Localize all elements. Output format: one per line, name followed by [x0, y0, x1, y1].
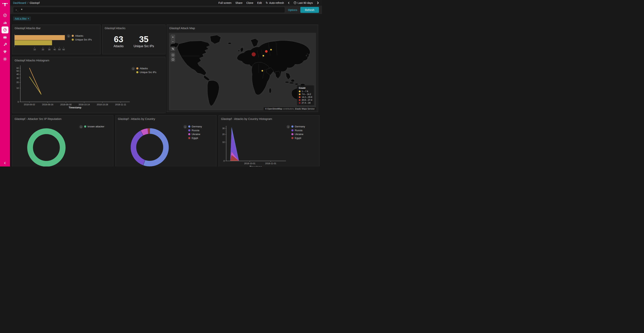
- svg-text:20: 20: [16, 81, 19, 84]
- breadcrumb-separator: /: [28, 1, 28, 5]
- svg-text:10: 10: [33, 48, 36, 51]
- map-legend-row: 14.2 – 20.8: [299, 96, 312, 98]
- map-legend-rows: 1 – 7.67.6 – 14.214.2 – 20.820.8 – 27.42…: [299, 90, 312, 104]
- svg-text:2018-10-01: 2018-10-01: [244, 162, 256, 165]
- svg-text:40: 40: [54, 48, 56, 51]
- svg-text:2018-09-02: 2018-09-02: [24, 103, 35, 106]
- legend-item[interactable]: Egypt: [291, 137, 305, 139]
- plus-icon: +: [28, 17, 29, 20]
- edit-button[interactable]: Edit: [257, 1, 262, 5]
- query-prompt-icon: >_: [16, 9, 18, 11]
- svg-text:2018-09-16: 2018-09-16: [42, 103, 53, 106]
- legend-item[interactable]: Unique Src IPs: [136, 71, 156, 74]
- svg-text:2018-11-01: 2018-11-01: [265, 162, 276, 165]
- sidebar-item-devtools[interactable]: [2, 41, 8, 48]
- panel-title: Glastopf - Attacks by Country: [116, 116, 216, 120]
- legend-dot: [72, 35, 74, 37]
- add-filter-button[interactable]: Add a filter +: [13, 17, 31, 21]
- legend-dot: [136, 67, 138, 70]
- legend-dot: [188, 129, 190, 131]
- elastic-maps-attribution[interactable]: Elastic Maps Service: [295, 108, 314, 110]
- legend-toggle-icon[interactable]: ›: [184, 125, 187, 129]
- legend-item[interactable]: Russia: [188, 129, 202, 132]
- sidebar-item-dashboard[interactable]: [2, 27, 8, 33]
- legend-item[interactable]: Attacks: [72, 34, 92, 37]
- svg-text:10: 10: [16, 87, 19, 89]
- map-crop-button[interactable]: [171, 47, 175, 51]
- sidebar-collapse-button[interactable]: [4, 162, 6, 165]
- map-legend-dot: [299, 96, 300, 98]
- full-screen-button[interactable]: Full screen: [218, 1, 231, 5]
- country-donut-svg: [128, 125, 172, 167]
- legend-label: Egypt: [295, 137, 301, 139]
- panel-title: Glastopf Attacks: [102, 25, 165, 30]
- map-draw-polygon-button[interactable]: [171, 53, 175, 57]
- country-histogram-svg: 01020302018-10-012018-11-01Timestamp: [219, 119, 292, 167]
- map-zoom-out-button[interactable]: −: [171, 39, 175, 44]
- legend-toggle-icon[interactable]: ›: [67, 34, 70, 38]
- legend: ›known attacker: [79, 125, 104, 129]
- metric-value: 35: [134, 35, 154, 44]
- crop-icon: [172, 48, 174, 50]
- map-draw-rectangle-button[interactable]: [171, 57, 175, 62]
- svg-text:10: 10: [222, 141, 225, 143]
- refresh-cycle-icon: ↻: [266, 1, 268, 4]
- map-zoom-in-button[interactable]: +: [171, 35, 175, 39]
- legend-items: AttacksUnique Src IPs: [72, 34, 92, 42]
- time-forward-button[interactable]: [317, 1, 319, 5]
- legend-toggle-icon[interactable]: ›: [132, 67, 135, 70]
- sidebar-item-discover[interactable]: [2, 12, 8, 19]
- svg-text:30: 30: [48, 48, 50, 51]
- legend-item[interactable]: Unique Src IPs: [72, 38, 92, 41]
- legend-item[interactable]: Egypt: [188, 137, 202, 139]
- metric-unique-src-ips: 35 Unique Src IPs: [134, 35, 154, 48]
- legend-toggle-icon[interactable]: ›: [79, 125, 83, 129]
- sidebar-item-tpot[interactable]: [2, 34, 8, 41]
- svg-text:2018-10-28: 2018-10-28: [97, 103, 108, 106]
- sidebar-item-monitoring[interactable]: [2, 48, 8, 55]
- country-donut-chart[interactable]: [128, 125, 172, 167]
- sidebar-item-management[interactable]: [2, 56, 8, 63]
- legend-item[interactable]: Ukraine: [188, 133, 202, 136]
- legend-items: AttacksUnique Src IPs: [136, 67, 156, 75]
- legend-item[interactable]: Ukraine: [291, 133, 305, 136]
- refresh-button[interactable]: Refresh: [300, 7, 319, 13]
- management-gear-icon: [3, 57, 7, 61]
- legend-item[interactable]: Germany: [291, 125, 305, 128]
- legend-items: GermanyRussiaUkraineEgypt: [188, 125, 202, 140]
- chevron-right-icon: [317, 1, 319, 5]
- map-legend-dot: [299, 93, 300, 95]
- panel-ip-reputation: Glastopf - Attacker Src IP Reputation ›k…: [12, 115, 113, 167]
- legend-toggle-icon[interactable]: ›: [286, 125, 290, 129]
- clone-button[interactable]: Clone: [246, 1, 254, 5]
- legend-item[interactable]: Attacks: [136, 67, 156, 70]
- osm-attribution[interactable]: © OpenStreetMap: [265, 108, 282, 110]
- time-range-picker[interactable]: Last 90 days: [294, 1, 313, 5]
- legend-item[interactable]: Germany: [188, 125, 202, 128]
- sidebar-item-visualize[interactable]: [2, 19, 8, 26]
- legend-item[interactable]: known attacker: [84, 125, 104, 128]
- breadcrumb-dashboard-link[interactable]: Dashboard: [13, 1, 26, 5]
- svg-text:Timestamp: Timestamp: [250, 166, 262, 167]
- legend-label: Germany: [192, 125, 202, 128]
- panel-attacks-metric: Glastopf Attacks 63 Attacks 35 Unique Sr…: [102, 25, 166, 54]
- reputation-donut-svg: [24, 125, 68, 167]
- world-map: [169, 33, 316, 110]
- metric-value: 63: [114, 35, 124, 44]
- map-legend-row: 1 – 7.6: [299, 90, 312, 93]
- legend-items: GermanyRussiaUkraineEgypt: [291, 125, 305, 140]
- query-options-link[interactable]: Options: [288, 9, 297, 12]
- search-query-input[interactable]: >_ *: [13, 7, 285, 13]
- time-back-button[interactable]: [288, 2, 290, 4]
- legend-label: Egypt: [192, 137, 198, 139]
- legend-item[interactable]: Russia: [291, 129, 305, 132]
- reputation-donut-chart[interactable]: [24, 125, 68, 167]
- attacks-histogram-svg: 01020304050602018-09-022018-09-162018-09…: [14, 61, 138, 110]
- world-map-canvas[interactable]: + − Count 1 – 7.67.6 – 14.214.2 – 20.820…: [169, 33, 316, 110]
- panel-attacks-by-country: Glastopf - Attacks by Country ›GermanyRu…: [116, 115, 216, 167]
- share-button[interactable]: Share: [235, 1, 242, 5]
- svg-text:50: 50: [58, 48, 60, 51]
- svg-text:2018-11-11: 2018-11-11: [115, 103, 126, 106]
- svg-text:30: 30: [222, 127, 225, 130]
- auto-refresh-button[interactable]: ↻ Auto-refresh: [266, 1, 284, 5]
